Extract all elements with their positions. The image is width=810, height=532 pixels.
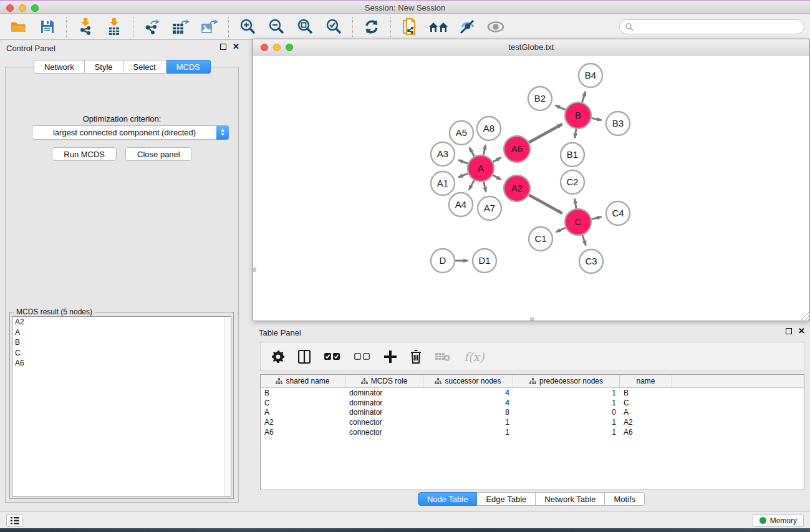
table-row[interactable]: Cdominator41C [261, 398, 804, 408]
export-table-button[interactable] [171, 17, 191, 37]
table-cell[interactable]: 1 [513, 399, 620, 407]
table-settings-button[interactable] [272, 351, 284, 363]
table-cell[interactable]: 1 [513, 418, 620, 427]
deselect-all-button[interactable] [354, 353, 370, 360]
show-columns-button[interactable] [298, 350, 311, 364]
table-cell[interactable]: A [261, 408, 345, 417]
export-image-button[interactable] [200, 17, 219, 37]
zoom-fit-button[interactable] [295, 17, 315, 37]
select-all-button[interactable] [324, 353, 340, 360]
result-list-item[interactable]: B [12, 337, 231, 348]
delete-table-button[interactable] [435, 352, 450, 362]
home-button[interactable] [428, 17, 448, 37]
result-list-item[interactable]: A2 [12, 317, 231, 327]
graph-edge-C-C2[interactable] [575, 199, 576, 208]
close-panel-button[interactable]: Close panel [125, 147, 192, 161]
table-cell[interactable]: C [261, 399, 345, 407]
close-table-panel-icon[interactable]: ✕ [798, 328, 805, 334]
show-hide-panel-button[interactable] [486, 17, 506, 37]
graph-edge-A-A2[interactable] [493, 175, 501, 180]
function-builder-button[interactable]: f(x) [464, 350, 485, 364]
table-cell[interactable]: dominator [345, 408, 423, 417]
run-mcds-button[interactable]: Run MCDS [52, 147, 117, 161]
mcds-result-list[interactable]: A2ABCA6 [12, 316, 231, 496]
search-input[interactable] [634, 21, 804, 33]
column-header-successor-nodes[interactable]: successor nodes [423, 375, 513, 387]
graph-edge-A-A7[interactable] [484, 181, 486, 191]
network-window-titlebar[interactable]: testGlobe.txt [253, 39, 809, 56]
table-row[interactable]: A6connector11A6 [261, 427, 804, 437]
table-cell[interactable]: A6 [261, 428, 345, 437]
table-row[interactable]: Bdominator41B [261, 388, 804, 398]
tab-style[interactable]: Style [85, 60, 123, 74]
table-cell[interactable]: 8 [423, 408, 513, 417]
graph-edge-B-B4[interactable] [582, 92, 586, 102]
table-cell[interactable]: connector [345, 418, 423, 427]
result-list-item[interactable]: A [12, 327, 231, 338]
save-session-button[interactable] [37, 17, 57, 37]
refresh-button[interactable] [362, 17, 382, 37]
table-cell[interactable]: A2 [620, 418, 672, 427]
search-box[interactable] [619, 19, 804, 34]
import-network-button[interactable] [75, 17, 95, 37]
toggle-graphics-details-button[interactable] [457, 17, 477, 37]
table-cell[interactable]: 1 [423, 418, 513, 427]
table-cell[interactable]: 1 [513, 389, 620, 397]
graph-edge-B-B1[interactable] [575, 129, 576, 138]
column-header-name[interactable]: name [620, 375, 672, 387]
add-column-button[interactable] [384, 351, 397, 363]
result-list-item[interactable]: C [12, 348, 231, 359]
graph-edge-A-A8[interactable] [483, 145, 485, 155]
table-cell[interactable]: 4 [423, 399, 513, 407]
column-header-predecessor-nodes[interactable]: predecessor nodes [513, 375, 620, 387]
table-cell[interactable]: A6 [620, 428, 672, 437]
float-table-panel-icon[interactable] [786, 328, 792, 334]
zoom-selected-button[interactable] [324, 17, 344, 37]
tab-motifs[interactable]: Motifs [605, 492, 645, 506]
graph-edge-C-C4[interactable] [591, 217, 601, 220]
graph-edge-B-B2[interactable] [556, 105, 566, 110]
graph-edge-A-A4[interactable] [469, 180, 474, 190]
graph-edge-A-A1[interactable] [458, 173, 468, 177]
graph-edge-A-A3[interactable] [458, 160, 468, 164]
graph-edge-C-C3[interactable] [582, 235, 586, 246]
float-panel-icon[interactable] [220, 44, 226, 50]
table-cell[interactable]: B [620, 389, 672, 397]
graph-edge-C-C1[interactable] [556, 228, 566, 232]
table-cell[interactable]: dominator [345, 399, 423, 407]
graph-edge-A-A6[interactable] [493, 158, 501, 162]
graph-edge-A-A5[interactable] [470, 148, 475, 157]
tab-node-table[interactable]: Node Table [418, 492, 478, 506]
tab-select[interactable]: Select [123, 60, 166, 74]
zoom-in-button[interactable] [238, 17, 258, 37]
graph-edge-A2-C[interactable] [529, 195, 562, 213]
network-canvas[interactable]: B4B2BB3A8A5A6A3B1AC2A1A2A4A7C4CC1C3DD1 [253, 56, 809, 321]
table-cell[interactable]: A2 [261, 418, 345, 427]
column-header-MCDS-role[interactable]: MCDS role [345, 375, 423, 387]
table-cell[interactable]: A [620, 408, 672, 417]
tab-network-table[interactable]: Network Table [536, 492, 605, 506]
table-cell[interactable]: 1 [423, 428, 513, 437]
open-session-button[interactable] [9, 17, 29, 37]
graph-edge-A6-B[interactable] [529, 124, 562, 142]
table-cell[interactable]: connector [345, 428, 423, 437]
tab-network[interactable]: Network [34, 60, 85, 74]
zoom-out-button[interactable] [266, 17, 286, 37]
close-panel-icon[interactable]: ✕ [233, 44, 239, 50]
memory-button[interactable]: Memory [753, 514, 804, 527]
column-header-shared-name[interactable]: shared name [261, 375, 345, 387]
table-cell[interactable]: 1 [513, 428, 620, 437]
result-scrollbar[interactable] [224, 317, 231, 496]
tab-mcds[interactable]: MCDS [166, 60, 211, 74]
task-history-button[interactable] [6, 514, 23, 527]
table-cell[interactable]: C [620, 399, 672, 407]
tab-edge-table[interactable]: Edge Table [477, 492, 536, 506]
import-table-button[interactable] [104, 17, 124, 37]
graph-edge-B-B3[interactable] [592, 118, 602, 120]
table-cell[interactable]: dominator [345, 389, 423, 397]
result-list-item[interactable]: A6 [12, 358, 231, 369]
table-cell[interactable]: 4 [423, 389, 513, 397]
delete-column-button[interactable] [410, 350, 422, 364]
table-cell[interactable]: 0 [513, 408, 620, 417]
criterion-dropdown[interactable]: largest connected component (directed) ▲… [32, 125, 229, 140]
